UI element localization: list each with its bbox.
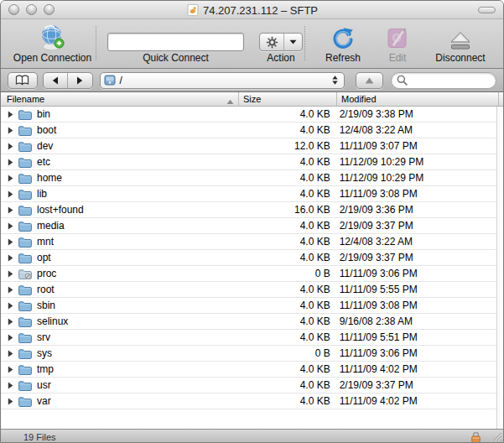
- disclosure-toggle[interactable]: [8, 143, 14, 150]
- size-cell: 16.0 KB: [237, 204, 335, 216]
- disclosure-triangle-icon: [8, 302, 13, 310]
- folder-icon: [18, 109, 32, 120]
- size-cell: 4.0 KB: [237, 331, 335, 343]
- sort-ascending-icon: [226, 96, 234, 107]
- file-row[interactable]: bin4.0 KB2/19/09 3:38 PM: [1, 107, 496, 122]
- modified-cell: 12/4/08 3:22 AM: [335, 236, 496, 248]
- file-row[interactable]: dev12.0 KB11/11/09 3:07 PM: [1, 138, 496, 154]
- disclosure-toggle[interactable]: [8, 159, 14, 166]
- refresh-button[interactable]: Refresh: [317, 19, 369, 65]
- disclosure-toggle[interactable]: [8, 127, 14, 134]
- disclosure-toggle[interactable]: [8, 254, 14, 262]
- status-bar: 19 Files: [1, 429, 503, 443]
- disclosure-toggle[interactable]: [8, 175, 14, 182]
- search-field[interactable]: [391, 72, 496, 89]
- disclosure-triangle-icon: [8, 382, 13, 389]
- secure-connection-lock-icon[interactable]: [470, 431, 481, 443]
- path-popup-menu[interactable]: /: [100, 72, 346, 89]
- minimize-button[interactable]: [26, 4, 37, 15]
- file-row[interactable]: var4.0 KB11/11/09 4:02 PM: [1, 393, 496, 409]
- disclosure-toggle[interactable]: [8, 318, 14, 326]
- file-row[interactable]: selinux4.0 KB9/16/08 2:38 AM: [1, 314, 496, 330]
- file-row[interactable]: srv4.0 KB11/11/09 5:51 PM: [1, 330, 496, 346]
- folder-icon: [18, 141, 32, 152]
- file-row[interactable]: lost+found16.0 KB2/19/09 3:36 PM: [1, 202, 496, 218]
- file-row[interactable]: sbin4.0 KB11/11/09 3:08 PM: [1, 298, 496, 314]
- quick-connect-combobox[interactable]: [107, 33, 244, 51]
- disclosure-toggle[interactable]: [8, 270, 14, 278]
- zoom-button[interactable]: [44, 4, 55, 15]
- disclosure-toggle[interactable]: [8, 111, 14, 118]
- size-cell: 4.0 KB: [237, 379, 335, 391]
- modified-cell: 2/19/09 3:37 PM: [335, 379, 496, 391]
- modified-cell: 11/12/09 10:29 PM: [335, 172, 496, 184]
- file-row[interactable]: sys0 B11/11/09 3:06 PM: [1, 346, 496, 362]
- toolbar-toggle-button[interactable]: [478, 7, 496, 13]
- parent-directory-button[interactable]: [356, 72, 383, 89]
- window-title: 74.207.231.112 – SFTP: [203, 3, 318, 16]
- disclosure-toggle[interactable]: [8, 398, 14, 405]
- file-row[interactable]: root4.0 KB11/11/09 5:55 PM: [1, 282, 496, 298]
- remote-disk-icon: [104, 75, 116, 86]
- filename-cell: root: [37, 284, 237, 295]
- disclosure-toggle[interactable]: [8, 382, 14, 389]
- filename-cell: media: [37, 220, 237, 232]
- disclosure-toggle[interactable]: [8, 302, 14, 310]
- resize-grip[interactable]: [491, 430, 502, 443]
- file-row[interactable]: usr4.0 KB2/19/09 3:37 PM: [1, 378, 496, 393]
- search-input[interactable]: [410, 75, 491, 86]
- edit-icon: [386, 23, 409, 51]
- back-arrow-icon: [52, 76, 59, 85]
- file-row[interactable]: tmp4.0 KB11/11/09 4:02 PM: [1, 362, 496, 378]
- disclosure-toggle[interactable]: [8, 238, 14, 246]
- file-row[interactable]: proc0 B11/11/09 3:06 PM: [1, 266, 496, 282]
- file-row[interactable]: lib4.0 KB11/11/09 3:08 PM: [1, 186, 496, 202]
- disclosure-toggle[interactable]: [8, 222, 14, 230]
- disclosure-triangle-icon: [8, 366, 13, 373]
- file-row[interactable]: home4.0 KB11/12/09 10:29 PM: [1, 170, 496, 186]
- toolbar: Open Connection Quick Connect: [1, 19, 503, 69]
- edit-button-disabled[interactable]: Edit: [377, 19, 418, 65]
- forward-button[interactable]: [68, 73, 91, 88]
- disclosure-toggle[interactable]: [8, 334, 14, 341]
- refresh-icon: [331, 23, 355, 51]
- modified-cell: 9/16/08 2:38 AM: [335, 315, 496, 327]
- disclosure-toggle[interactable]: [8, 366, 14, 373]
- modified-cell: 2/19/09 3:37 PM: [335, 220, 496, 232]
- file-row[interactable]: boot4.0 KB12/4/08 3:22 AM: [1, 122, 496, 138]
- title-bar[interactable]: 74.207.231.112 – SFTP: [1, 1, 503, 19]
- quick-connect-input[interactable]: [108, 34, 244, 50]
- open-connection-button[interactable]: Open Connection: [9, 19, 96, 65]
- modified-cell: 2/19/09 3:36 PM: [335, 204, 496, 216]
- toolbar-separator: [96, 26, 96, 60]
- folder-icon: [18, 284, 32, 295]
- action-button[interactable]: [260, 34, 284, 50]
- disclosure-toggle[interactable]: [8, 286, 14, 294]
- file-row[interactable]: mnt4.0 KB12/4/08 3:22 AM: [1, 234, 496, 250]
- scrollbar-track[interactable]: [496, 107, 503, 429]
- size-cell: 4.0 KB: [237, 108, 335, 120]
- bookmarks-button[interactable]: [8, 72, 38, 89]
- file-row[interactable]: etc4.0 KB11/12/09 10:29 PM: [1, 154, 496, 170]
- window-proxy-icon: [186, 3, 199, 16]
- disclosure-toggle[interactable]: [8, 350, 14, 357]
- disconnect-button[interactable]: Disconnect: [429, 19, 492, 65]
- action-dropdown-button[interactable]: [284, 34, 302, 50]
- file-row[interactable]: media4.0 KB2/19/09 3:37 PM: [1, 218, 496, 234]
- folder-icon: [18, 364, 32, 375]
- file-row[interactable]: opt4.0 KB2/19/09 3:37 PM: [1, 250, 496, 266]
- filename-cell: lib: [37, 188, 237, 200]
- modified-cell: 2/19/09 3:38 PM: [335, 108, 496, 120]
- filename-cell: tmp: [37, 363, 237, 375]
- size-cell: 4.0 KB: [237, 172, 335, 184]
- column-header-size[interactable]: Size: [238, 92, 336, 106]
- filename-cell: opt: [37, 252, 237, 263]
- disclosure-toggle[interactable]: [8, 206, 14, 214]
- disclosure-toggle[interactable]: [8, 190, 14, 198]
- back-button[interactable]: [44, 73, 68, 88]
- column-header-filename[interactable]: Filename: [1, 92, 238, 106]
- action-label: Action: [267, 53, 294, 64]
- column-header-modified[interactable]: Modified: [336, 92, 498, 106]
- restricted-folder-icon: [18, 268, 32, 279]
- close-button[interactable]: [8, 4, 19, 15]
